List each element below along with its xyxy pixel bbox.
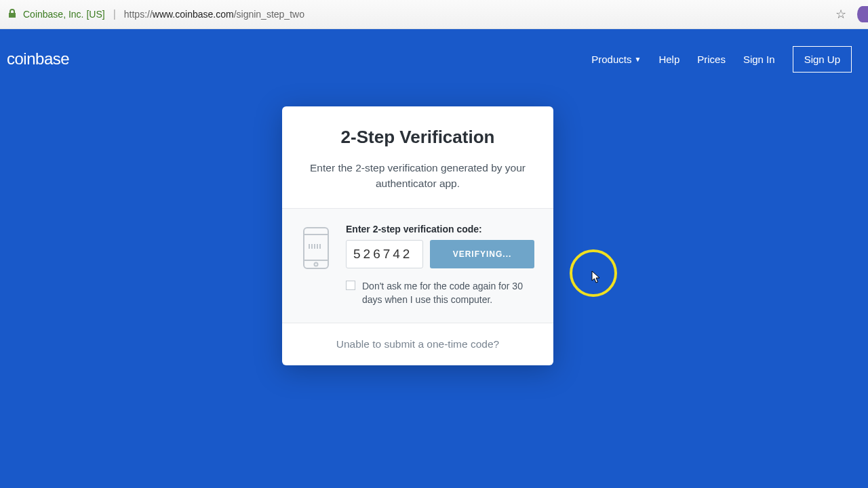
verify-button[interactable]: VERIFYING...: [430, 240, 534, 268]
verification-form: Enter 2-step verification code: VERIFYIN…: [346, 224, 534, 307]
page-content: coinbase Products ▼ Help Prices Sign In …: [0, 29, 868, 488]
nav-products[interactable]: Products ▼: [591, 54, 641, 65]
remember-checkbox-row: Don't ask me for the code again for 30 d…: [346, 279, 534, 307]
remember-checkbox[interactable]: [346, 281, 355, 290]
nav-help[interactable]: Help: [658, 54, 679, 65]
input-row: VERIFYING...: [346, 240, 534, 268]
bookmark-star-icon[interactable]: ☆: [835, 7, 846, 22]
phone-icon: [301, 224, 331, 307]
lock-icon: [8, 9, 16, 20]
remember-checkbox-label: Don't ask me for the code again for 30 d…: [362, 279, 534, 307]
signup-button[interactable]: Sign Up: [793, 46, 852, 73]
nav-links: Products ▼ Help Prices Sign In Sign Up: [591, 46, 852, 73]
nav-signin[interactable]: Sign In: [743, 54, 775, 65]
nav-prices[interactable]: Prices: [697, 54, 726, 65]
card-subtitle: Enter the 2-step verification generated …: [309, 160, 526, 192]
site-identity: Coinbase, Inc. [US]: [23, 9, 105, 20]
cursor-icon: [591, 270, 602, 287]
browser-address-bar: Coinbase, Inc. [US] | https://www.coinba…: [0, 0, 868, 29]
coinbase-logo[interactable]: coinbase: [7, 49, 69, 68]
verification-code-input[interactable]: [346, 240, 423, 268]
verification-card: 2-Step Verification Enter the 2-step ver…: [282, 106, 553, 365]
svg-point-3: [315, 262, 318, 266]
highlight-ring-annotation: [570, 249, 617, 297]
card-title: 2-Step Verification: [309, 127, 526, 148]
card-body: Enter 2-step verification code: VERIFYIN…: [282, 209, 553, 324]
chevron-down-icon: ▼: [634, 56, 641, 63]
top-navigation: coinbase Products ▼ Help Prices Sign In …: [0, 29, 868, 77]
code-field-label: Enter 2-step verification code:: [346, 224, 534, 235]
url-separator: |: [113, 8, 116, 20]
unable-to-submit-link[interactable]: Unable to submit a one-time code?: [336, 338, 499, 350]
card-header: 2-Step Verification Enter the 2-step ver…: [282, 106, 553, 209]
url-display[interactable]: https://www.coinbase.com/signin_step_two: [124, 9, 304, 20]
card-footer: Unable to submit a one-time code?: [282, 323, 553, 365]
nav-products-label: Products: [591, 54, 631, 65]
profile-avatar-icon[interactable]: [857, 6, 868, 22]
